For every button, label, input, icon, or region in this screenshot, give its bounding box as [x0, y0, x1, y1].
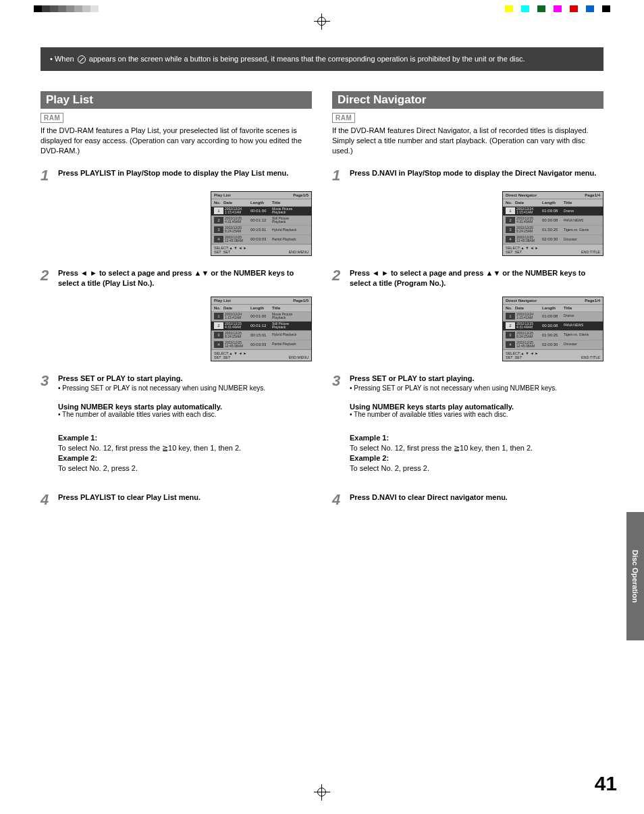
step-3: 3 Press SET or PLAY to start playing. Pr…	[332, 374, 603, 392]
intro-text: If the DVD-RAM features Direct Navigator…	[332, 126, 603, 156]
ram-badge: RAM	[41, 113, 63, 123]
ram-badge: RAM	[332, 113, 355, 123]
playlist-menu-screenshot-1: Play ListPage1/5 No.DateLengthTitle 1200…	[211, 191, 312, 256]
step-subtext: Pressing SET or PLAY is not necessary wh…	[58, 384, 312, 392]
step-2: 2 Press ◄ ► to select a page and press ▲…	[332, 268, 603, 288]
step-number: 4	[332, 492, 343, 507]
step-subtext: Pressing SET or PLAY is not necessary wh…	[350, 384, 603, 392]
registration-mark-icon	[314, 784, 330, 800]
section-title: Direct Navigator	[332, 91, 603, 109]
step-number: 3	[332, 374, 343, 392]
side-tab: Disc Operation	[626, 512, 644, 640]
dnavi-menu-screenshot-1: Direct NavigatorPage1/4 No.DateLengthTit…	[502, 191, 603, 256]
example-block: Example 1: To select No. 12, first press…	[58, 433, 312, 473]
section-title: Play List	[41, 91, 312, 109]
side-tab-label: Disc Operation	[631, 550, 639, 603]
step-number: 3	[41, 374, 51, 392]
step-number: 2	[41, 268, 51, 288]
page-number: 41	[595, 772, 617, 795]
step-text: Press D.NAVI in Play/Stop mode to displa…	[350, 168, 603, 178]
notice-text-prefix: • When	[50, 55, 74, 63]
dnavi-menu-screenshot-2: Direct NavigatorPage1/4 No.DateLengthTit…	[502, 297, 603, 361]
prohibit-icon	[78, 55, 86, 63]
intro-text: If the DVD-RAM features a Play List, you…	[41, 126, 312, 156]
prohibit-notice: • When appears on the screen while a but…	[41, 47, 603, 71]
step-2: 2 Press ◄ ► to select a page and press ▲…	[41, 268, 312, 288]
step-1: 1 Press D.NAVI in Play/Stop mode to disp…	[332, 168, 603, 183]
step-text: Press SET or PLAY to start playing.	[350, 374, 603, 384]
step-1: 1 Press PLAYLIST in Play/Stop mode to di…	[41, 168, 312, 183]
step-text: Press SET or PLAY to start playing.	[58, 374, 312, 384]
step-number: 1	[41, 168, 51, 183]
playlist-menu-screenshot-2: Play ListPage1/5 No.DateLengthTitle 1200…	[211, 297, 312, 361]
step-4: 4 Press D.NAVI to clear Direct navigator…	[332, 492, 603, 507]
number-key-note: Using NUMBER keys starts play automatica…	[58, 403, 312, 418]
step-3: 3 Press SET or PLAY to start playing. Pr…	[41, 374, 312, 392]
direct-navigator-column: Direct Navigator RAM If the DVD-RAM feat…	[332, 91, 603, 515]
notice-text-suffix: appears on the screen while a button is …	[89, 55, 525, 63]
number-key-note: Using NUMBER keys starts play automatica…	[350, 403, 603, 418]
step-text: Press PLAYLIST to clear Play List menu.	[58, 492, 312, 503]
example-block: Example 1: To select No. 12, first press…	[350, 433, 603, 473]
step-text: Press ◄ ► to select a page and press ▲▼ …	[58, 268, 312, 288]
step-number: 2	[332, 268, 343, 288]
step-text: Press PLAYLIST in Play/Stop mode to disp…	[58, 168, 312, 178]
step-number: 4	[41, 492, 51, 507]
registration-mark-icon	[314, 14, 330, 30]
step-4: 4 Press PLAYLIST to clear Play List menu…	[41, 492, 312, 507]
step-text: Press ◄ ► to select a page and press ▲▼ …	[350, 268, 603, 288]
playlist-column: Play List RAM If the DVD-RAM features a …	[41, 91, 312, 515]
page-content: • When appears on the screen while a but…	[41, 47, 603, 780]
step-number: 1	[332, 168, 343, 183]
step-text: Press D.NAVI to clear Direct navigator m…	[350, 492, 603, 503]
